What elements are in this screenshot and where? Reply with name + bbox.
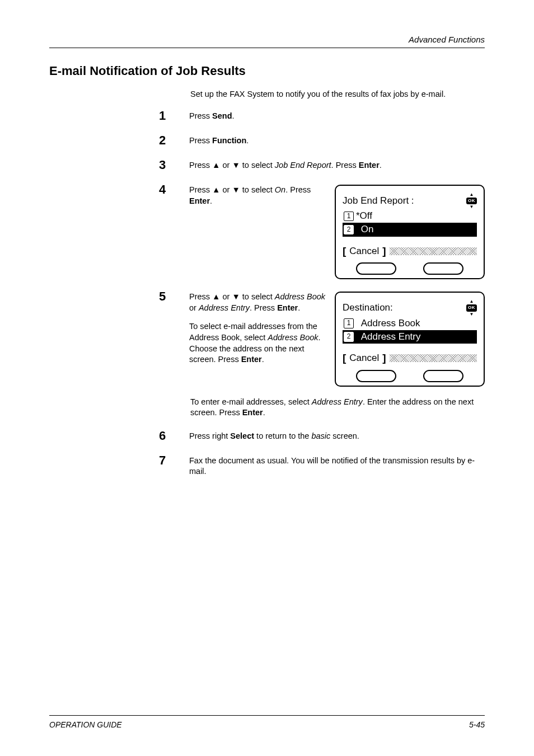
text: Press xyxy=(189,292,212,301)
text: . xyxy=(262,355,264,364)
key-name: Enter xyxy=(189,196,210,205)
stipple-fill xyxy=(390,247,477,255)
step-text: Press ▲ or ▼ to select On. Press Enter. xyxy=(189,185,328,279)
option-label: Address Book xyxy=(361,317,420,330)
text: . Press xyxy=(331,161,359,170)
step-7: 7 Fax the document as usual. You will be… xyxy=(49,453,485,477)
intro-text: Set up the FAX System to notify you of t… xyxy=(190,90,485,98)
bracket-icon: [ xyxy=(343,245,346,259)
header-section: Advanced Functions xyxy=(49,35,485,44)
text: to select xyxy=(240,292,275,301)
lcd-softkeys: [ Cancel ] xyxy=(343,351,477,365)
key-name: Function xyxy=(212,136,246,145)
lcd-title: Job End Report : xyxy=(343,195,414,207)
text: or xyxy=(220,292,232,301)
step-number: 7 xyxy=(49,453,185,468)
menu-item: Address Book xyxy=(268,333,318,342)
text: . xyxy=(380,161,382,170)
bracket-icon: ] xyxy=(382,245,386,259)
step-number: 2 xyxy=(49,133,185,148)
key-name: Enter xyxy=(359,161,380,170)
cancel-label: Cancel xyxy=(349,352,379,364)
key-name: Enter xyxy=(241,355,262,364)
lcd-screen-1: Job End Report : ▲ OK ▼ 1*Off 2 On xyxy=(335,185,485,279)
page-title: E-mail Notification of Job Results xyxy=(49,64,485,78)
footer-guide: OPERATION GUIDE xyxy=(49,720,122,729)
step-5-after: To enter e-mail addresses, select Addres… xyxy=(190,397,485,419)
text: Press xyxy=(189,161,212,170)
step-5: 5 Press ▲ or ▼ to select Address Book or… xyxy=(49,289,485,386)
down-triangle-icon: ▼ xyxy=(232,292,240,301)
menu-item: Job End Report xyxy=(275,161,331,170)
ok-icon: ▲ OK ▼ xyxy=(466,192,477,209)
option-number-icon: 1 xyxy=(344,212,354,222)
option-number-icon: 2 xyxy=(344,225,354,235)
text: Press right xyxy=(189,431,230,440)
lcd-screen-2: Destination: ▲ OK ▼ 1 Address Book 2 Add… xyxy=(335,292,485,386)
lcd-option-on-selected: 2 On xyxy=(343,223,477,236)
softkey-left-button[interactable] xyxy=(356,370,396,382)
step-body: Fax the document as usual. You will be n… xyxy=(185,453,485,477)
step-number: 1 xyxy=(49,109,185,123)
lcd-option-address-entry-selected: 2 Address Entry xyxy=(343,330,477,344)
step-number: 4 xyxy=(49,182,185,197)
up-triangle-icon: ▲ xyxy=(212,292,220,301)
text: or xyxy=(220,185,232,194)
option-label: On xyxy=(361,223,374,236)
softkey-left-button[interactable] xyxy=(356,262,396,275)
page-footer: OPERATION GUIDE 5-45 xyxy=(49,715,485,729)
stipple-fill xyxy=(390,354,477,362)
text: to return to the xyxy=(254,431,311,440)
step-body: Press right Select to return to the basi… xyxy=(185,429,485,442)
option-label: Address Entry xyxy=(361,331,421,343)
text: . Press xyxy=(250,303,277,312)
text: Press xyxy=(189,136,212,145)
step-number: 6 xyxy=(49,429,185,443)
menu-item: Address Book xyxy=(275,292,325,301)
text: . xyxy=(232,111,235,120)
text: to select xyxy=(240,161,275,170)
step-3: 3 Press ▲ or ▼ to select Job End Report.… xyxy=(49,158,485,172)
step-body: Press ▲ or ▼ to select On. Press Enter. … xyxy=(185,182,485,279)
header-rule xyxy=(49,48,485,48)
text: . Press xyxy=(285,185,311,194)
text: screen. xyxy=(330,431,359,440)
text: . xyxy=(246,136,249,145)
key-name: Select xyxy=(230,431,254,440)
text: Press xyxy=(189,185,212,194)
step-number: 3 xyxy=(49,158,185,172)
key-name: Enter xyxy=(277,303,298,312)
option-number-icon: 1 xyxy=(344,318,354,328)
text: or xyxy=(220,161,232,170)
text: . xyxy=(298,303,300,312)
lcd-option-address-book: 1 Address Book xyxy=(343,317,477,330)
bracket-icon: [ xyxy=(343,351,346,365)
softkey-right-button[interactable] xyxy=(423,262,463,275)
menu-item: basic xyxy=(311,431,330,440)
text: . xyxy=(210,196,212,205)
text: to select xyxy=(240,185,275,194)
softkey-right-button[interactable] xyxy=(423,370,463,382)
step-body: Press Send. xyxy=(185,109,485,122)
up-triangle-icon: ▲ xyxy=(212,185,220,194)
step-number: 5 xyxy=(49,289,185,304)
lcd-option-off: 1*Off xyxy=(343,209,477,223)
key-name: Enter xyxy=(242,408,263,417)
cancel-label: Cancel xyxy=(349,245,379,257)
text: . xyxy=(263,408,265,417)
step-text: Press ▲ or ▼ to select Address Book or A… xyxy=(189,292,328,386)
step-body: Press ▲ or ▼ to select Job End Report. P… xyxy=(185,158,485,171)
option-label: *Off xyxy=(356,210,372,222)
up-triangle-icon: ▲ xyxy=(212,161,220,170)
step-6: 6 Press right Select to return to the ba… xyxy=(49,429,485,443)
ok-icon: ▲ OK ▼ xyxy=(466,299,477,316)
step-body: Press Function. xyxy=(185,133,485,147)
step-body: Press ▲ or ▼ to select Address Book or A… xyxy=(185,289,485,386)
menu-item: On xyxy=(275,185,285,194)
lcd-softkeys: [ Cancel ] xyxy=(343,245,477,259)
key-name: Send xyxy=(212,111,232,120)
text: Press xyxy=(189,111,212,120)
footer-page-number: 5-45 xyxy=(469,720,485,729)
step-2: 2 Press Function. xyxy=(49,133,485,148)
menu-item: Address Entry xyxy=(312,397,363,406)
